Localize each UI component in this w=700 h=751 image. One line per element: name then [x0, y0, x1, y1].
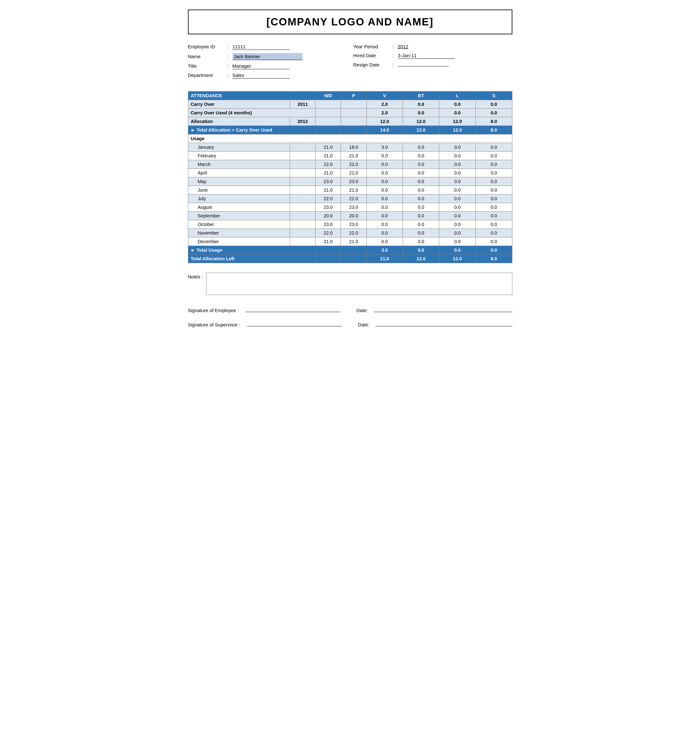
month-v: 3.0: [366, 143, 403, 151]
total-alloc-s: 8.0: [475, 126, 512, 134]
month-row: April 21.0 21.0 0.0 0.0 0.0 0.0: [188, 169, 512, 177]
month-wd: 21.0: [316, 151, 341, 160]
hired-date-value: 3-Jan-11: [398, 53, 455, 59]
month-s: 0.0: [475, 195, 512, 203]
col-v: V: [366, 91, 403, 100]
month-bt: 0.0: [403, 195, 439, 203]
month-wd: 23.0: [316, 203, 341, 212]
month-s: 0.0: [475, 229, 512, 237]
month-wd: 21.0: [316, 169, 341, 177]
month-v: 0.0: [366, 237, 403, 246]
month-wd: 22.0: [316, 160, 341, 169]
resign-date-row: Resign Date :: [353, 62, 513, 67]
alloc-left-v: 11.0: [366, 255, 403, 263]
col-wd: WD: [316, 91, 341, 100]
employee-dept-row: Department : Sales: [188, 73, 347, 79]
company-name: [COMPANY LOGO AND NAME]: [192, 16, 508, 28]
month-p: 21.0: [341, 237, 366, 246]
month-l: 0.0: [439, 160, 475, 169]
total-usage-s: 0.0: [475, 246, 512, 255]
month-wd: 20.0: [316, 212, 341, 220]
month-name: February: [188, 151, 290, 160]
month-row: January 21.0 18.0 3.0 0.0 0.0 0.0: [188, 143, 512, 151]
month-p: 22.0: [341, 195, 366, 203]
supervisor-sig-label: Signature of Supervisor :: [188, 322, 240, 328]
total-usage-v: 3.0: [366, 246, 403, 255]
month-row: July 22.0 22.0 0.0 0.0 0.0 0.0: [188, 195, 512, 203]
month-wd: 23.0: [316, 220, 341, 229]
carry-over-p: [341, 100, 366, 109]
month-wd: 22.0: [316, 195, 341, 203]
month-p: 22.0: [341, 160, 366, 169]
month-v: 0.0: [366, 169, 403, 177]
month-wd: 21.0: [316, 186, 341, 195]
hired-date-row: Hired Date : 3-Jan-11: [353, 53, 513, 59]
month-name: September: [188, 212, 290, 220]
month-bt: 0.0: [403, 212, 439, 220]
month-v: 0.0: [366, 151, 403, 160]
employee-name-label: Name: [188, 54, 223, 59]
allocation-s: 8.0: [475, 117, 512, 126]
alloc-left-l: 12.0: [439, 255, 475, 263]
month-row: October 23.0 23.0 0.0 0.0 0.0 0.0: [188, 220, 512, 229]
month-row: September 20.0 20.0 0.0 0.0 0.0 0.0: [188, 212, 512, 220]
month-p: 23.0: [341, 177, 366, 186]
employee-left-info: Employee ID : 11111 Name : Jack Banner T…: [188, 44, 347, 82]
month-p: 21.0: [341, 151, 366, 160]
year-period-label: Year Period: [353, 44, 388, 49]
allocation-v: 12.0: [366, 117, 403, 126]
month-l: 0.0: [439, 229, 475, 237]
month-s: 0.0: [475, 177, 512, 186]
carry-over-used-label: Carry Over Used (4 months): [188, 109, 316, 117]
total-usage-row: ► Total Usage 3.0 0.0 0.0 0.0: [188, 246, 512, 255]
month-row: December 21.0 21.0 0.0 0.0 0.0 0.0: [188, 237, 512, 246]
col-s: S: [475, 91, 512, 100]
carry-over-label: Carry Over: [188, 100, 290, 109]
month-bt: 0.0: [403, 220, 439, 229]
allocation-row: Allocation 2012 12.0 12.0 12.0 8.0: [188, 117, 512, 126]
year-period-row: Year Period : 2012: [353, 44, 513, 49]
resign-date-value: [398, 66, 449, 66]
employee-sig-label: Signature of Employee :: [188, 308, 239, 313]
month-bt: 0.0: [403, 160, 439, 169]
employee-id-row: Employee ID : 11111: [188, 44, 347, 50]
employee-dept-value: Sales: [232, 73, 290, 79]
year-period-value: 2012: [398, 44, 455, 49]
carry-over-used-row: Carry Over Used (4 months) 2.0 0.0 0.0 0…: [188, 109, 512, 117]
month-row: February 21.0 21.0 0.0 0.0 0.0 0.0: [188, 151, 512, 160]
carry-over-used-s: 0.0: [475, 109, 512, 117]
notes-box[interactable]: [206, 273, 512, 295]
employee-title-row: Title : Manager: [188, 63, 347, 69]
month-v: 0.0: [366, 195, 403, 203]
month-p: 21.0: [341, 169, 366, 177]
month-bt: 0.0: [403, 143, 439, 151]
total-usage-bt: 0.0: [403, 246, 439, 255]
carry-over-used-l: 0.0: [439, 109, 475, 117]
carry-over-used-p: [341, 109, 366, 117]
carry-over-l: 0.0: [439, 100, 475, 109]
supervisor-sig-row: Signature of Supervisor : Date:: [188, 322, 513, 328]
carry-over-year: 2011: [290, 100, 316, 109]
carry-over-used-wd: [316, 109, 341, 117]
total-usage-wd: [316, 246, 341, 255]
total-usage-label: ► Total Usage: [188, 246, 316, 255]
month-name: December: [188, 237, 290, 246]
total-alloc-row: ► Total Allocation + Carry Over Used 14.…: [188, 126, 512, 134]
allocation-bt: 12.0: [403, 117, 439, 126]
month-p: 21.0: [341, 186, 366, 195]
alloc-left-label: Total Allocation Left: [188, 255, 316, 263]
month-l: 0.0: [439, 143, 475, 151]
total-alloc-bt: 12.0: [403, 126, 439, 134]
month-s: 0.0: [475, 186, 512, 195]
alloc-left-p: [341, 255, 366, 263]
employee-id-value: 11111: [232, 44, 290, 50]
allocation-p: [341, 117, 366, 126]
month-v: 0.0: [366, 203, 403, 212]
month-name: January: [188, 143, 290, 151]
total-usage-l: 0.0: [439, 246, 475, 255]
month-name: July: [188, 195, 290, 203]
table-header-row: ATTENDANCE WD P V BT L S: [188, 91, 512, 100]
month-s: 0.0: [475, 151, 512, 160]
company-header: [COMPANY LOGO AND NAME]: [188, 9, 513, 34]
month-s: 0.0: [475, 203, 512, 212]
